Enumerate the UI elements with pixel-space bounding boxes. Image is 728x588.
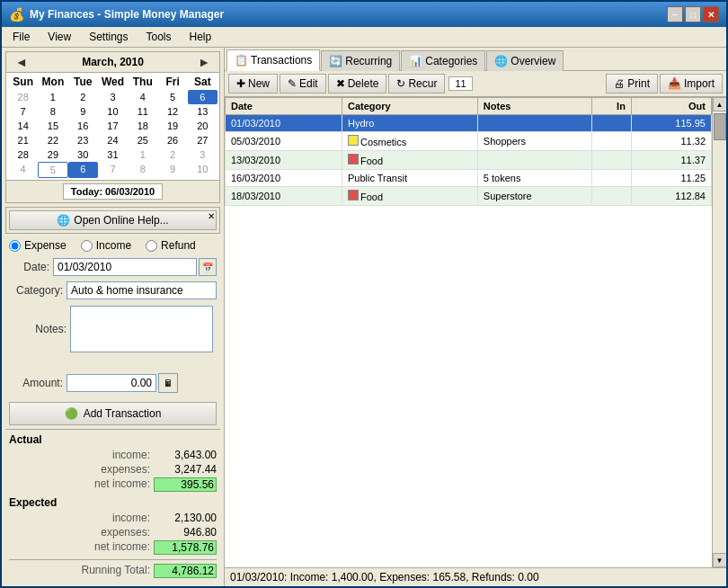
- cal-day[interactable]: 1: [38, 90, 67, 104]
- close-button[interactable]: ✕: [703, 6, 719, 22]
- cal-day[interactable]: 22: [38, 133, 67, 147]
- calculator-button[interactable]: 🖩: [158, 373, 178, 393]
- cal-day[interactable]: 27: [188, 133, 218, 147]
- cal-day-selected[interactable]: 6: [188, 90, 218, 104]
- cal-day[interactable]: 2: [68, 90, 98, 104]
- online-help-button[interactable]: 🌐 Open Online Help...: [9, 210, 217, 230]
- cal-day[interactable]: 4: [128, 90, 157, 104]
- menu-file[interactable]: File: [5, 29, 37, 45]
- amount-input[interactable]: [67, 374, 156, 392]
- cal-day[interactable]: 3: [188, 147, 218, 162]
- notes-label: Notes:: [13, 323, 67, 335]
- cal-day[interactable]: 9: [157, 162, 187, 178]
- tab-recurring[interactable]: 🔄 Recurring: [321, 50, 400, 71]
- tab-overview-label: Overview: [510, 55, 555, 67]
- cal-day[interactable]: 26: [157, 133, 187, 147]
- scrollbar-thumb[interactable]: [714, 113, 726, 140]
- table-container[interactable]: Date Category Notes In Out 01/03/2010 Hy…: [225, 97, 712, 567]
- cal-day[interactable]: 6: [68, 162, 98, 178]
- menu-settings[interactable]: Settings: [82, 29, 135, 45]
- minimize-button[interactable]: −: [667, 6, 683, 22]
- cal-day[interactable]: 30: [68, 147, 98, 162]
- cal-day[interactable]: 19: [157, 119, 187, 133]
- radio-expense-input[interactable]: [9, 240, 21, 252]
- menu-help[interactable]: Help: [182, 29, 219, 45]
- cal-day[interactable]: 8: [38, 104, 67, 119]
- cal-day[interactable]: 21: [8, 133, 38, 147]
- cal-day[interactable]: 10: [98, 104, 128, 119]
- cell-out: 11.32: [631, 132, 711, 151]
- table-row[interactable]: 16/03/2010 Public Transit 5 tokens 11.25: [226, 170, 712, 187]
- right-panel: 📋 Transactions 🔄 Recurring 📊 Categories …: [225, 48, 726, 586]
- delete-icon: ✖: [336, 77, 345, 90]
- cal-day[interactable]: 18: [128, 119, 157, 133]
- date-calendar-button[interactable]: 📅: [199, 258, 217, 276]
- table-row[interactable]: 18/03/2010 Food Superstore 112.84: [226, 187, 712, 206]
- radio-refund-input[interactable]: [146, 240, 157, 252]
- table-row[interactable]: 01/03/2010 Hydro 115.95: [226, 115, 712, 132]
- running-total-value: 4,786.12: [154, 564, 217, 578]
- cal-day[interactable]: 4: [8, 162, 38, 178]
- cal-header-thu: Thu: [128, 75, 157, 89]
- cal-day[interactable]: 15: [38, 119, 67, 133]
- radio-expense[interactable]: Expense: [9, 239, 67, 252]
- cal-day[interactable]: 29: [38, 147, 67, 162]
- cell-date: 13/03/2010: [226, 151, 342, 170]
- cal-day[interactable]: 31: [98, 147, 128, 162]
- menu-tools[interactable]: Tools: [139, 29, 179, 45]
- cal-day[interactable]: 5: [157, 90, 187, 104]
- help-icon: 🌐: [57, 214, 70, 227]
- cal-day[interactable]: 23: [68, 133, 98, 147]
- radio-income[interactable]: Income: [81, 239, 131, 252]
- cal-day[interactable]: 17: [98, 119, 128, 133]
- cal-day[interactable]: 13: [188, 104, 218, 119]
- table-row[interactable]: 05/03/2010 Cosmetics Shoppers 11.32: [226, 132, 712, 151]
- cal-day[interactable]: 3: [98, 90, 128, 104]
- cal-day[interactable]: 7: [98, 162, 128, 178]
- notes-input[interactable]: [70, 306, 213, 352]
- date-input-wrap: 📅: [53, 258, 217, 276]
- print-button[interactable]: 🖨 Print: [606, 74, 658, 94]
- cal-day[interactable]: 28: [8, 90, 38, 104]
- new-button[interactable]: ✚ New: [228, 74, 278, 94]
- cal-day[interactable]: 9: [68, 104, 98, 119]
- recur-button[interactable]: ↻ Recur: [388, 74, 445, 94]
- scrollbar[interactable]: ▲ ▼: [712, 97, 726, 567]
- tab-overview[interactable]: 🌐 Overview: [486, 50, 564, 71]
- cal-day[interactable]: 7: [8, 104, 38, 119]
- tab-categories[interactable]: 📊 Categories: [401, 50, 485, 71]
- cal-day[interactable]: 1: [128, 147, 157, 162]
- cal-header-fri: Fri: [157, 75, 187, 89]
- cal-day[interactable]: 11: [128, 104, 157, 119]
- category-select[interactable]: Auto & home insurance Food Hydro Cosmeti…: [67, 281, 217, 299]
- cal-day[interactable]: 14: [8, 119, 38, 133]
- radio-income-input[interactable]: [81, 240, 93, 252]
- date-input[interactable]: [53, 258, 197, 276]
- cal-day[interactable]: 16: [68, 119, 98, 133]
- add-transaction-button[interactable]: 🟢 Add Transaction: [9, 402, 217, 425]
- cal-day[interactable]: 8: [128, 162, 157, 178]
- cal-day[interactable]: 25: [128, 133, 157, 147]
- today-button[interactable]: Today: 06/03/2010: [63, 183, 163, 200]
- cal-day[interactable]: 20: [188, 119, 218, 133]
- radio-refund[interactable]: Refund: [146, 239, 196, 252]
- delete-button[interactable]: ✖ Delete: [328, 74, 387, 94]
- edit-button[interactable]: ✎ Edit: [280, 74, 326, 94]
- cal-day[interactable]: 12: [157, 104, 187, 119]
- menu-view[interactable]: View: [40, 29, 78, 45]
- calendar-next-button[interactable]: ►: [194, 55, 214, 69]
- cal-day[interactable]: 10: [188, 162, 218, 178]
- cal-day[interactable]: 2: [157, 147, 187, 162]
- scrollbar-down-button[interactable]: ▼: [713, 553, 727, 567]
- maximize-button[interactable]: □: [685, 6, 701, 22]
- calendar-prev-button[interactable]: ◄: [12, 55, 31, 69]
- cal-day-today[interactable]: 5: [38, 162, 67, 178]
- online-help-close-button[interactable]: ✕: [205, 209, 218, 222]
- import-button[interactable]: 📥 Import: [660, 74, 723, 94]
- actual-title: Actual: [9, 433, 217, 446]
- table-row[interactable]: 13/03/2010 Food 11.37: [226, 151, 712, 170]
- cal-day[interactable]: 24: [98, 133, 128, 147]
- scrollbar-up-button[interactable]: ▲: [713, 97, 727, 111]
- tab-transactions[interactable]: 📋 Transactions: [226, 49, 320, 71]
- cal-day[interactable]: 28: [8, 147, 38, 162]
